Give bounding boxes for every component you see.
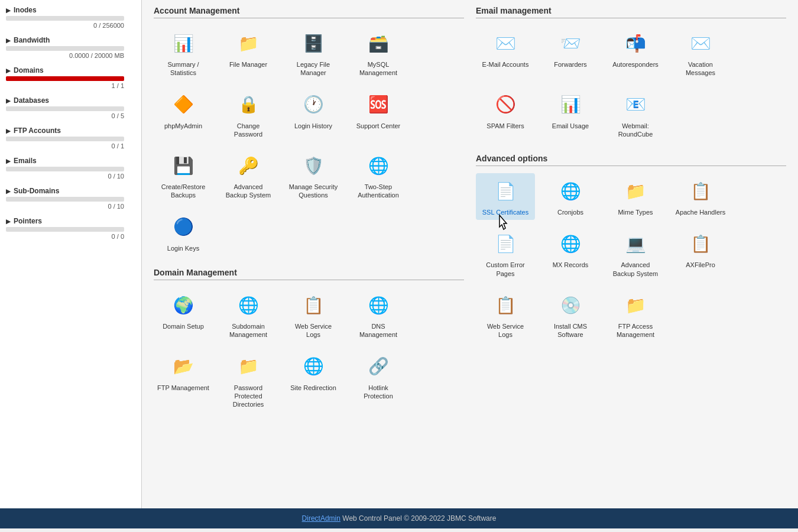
label-ftp-access-management: FTP Access Management (617, 322, 654, 339)
footer-link[interactable]: DirectAdmin (302, 514, 340, 523)
label-manage-security-questions: Manage Security Questions (289, 183, 338, 200)
icon-item-summary-statistics[interactable]: 📊Summary / Statistics (154, 25, 213, 81)
icon-file-manager: 📁 (234, 29, 262, 57)
icon-item-two-step-authentication[interactable]: 🌐Two-Step Authentication (349, 148, 408, 203)
icon-item-support-center[interactable]: 🆘Support Center (349, 87, 408, 142)
email-management-grid: ✉️E-Mail Accounts📨Forwarders📬Autorespond… (476, 25, 786, 142)
sidebar-item-inodes: ▶Inodes0 / 256000 (6, 6, 135, 29)
icon-item-site-redirection[interactable]: 🌐Site Redirection (284, 349, 343, 413)
icon-item-web-service-logs[interactable]: 📋Web Service Logs (284, 287, 343, 343)
advanced-options-grid: 📄SSL Certificates🌐Cronjobs📁Mime Types📋Ap… (476, 173, 786, 342)
icon-item-dns-management[interactable]: 🌐DNS Management (349, 287, 408, 343)
sidebar-header-ftp-accounts[interactable]: ▶FTP Accounts (6, 126, 135, 135)
icon-item-forwarders[interactable]: 📨Forwarders (541, 25, 600, 81)
icon-custom-error-pages: 📄 (491, 229, 520, 258)
label-two-step-authentication: Two-Step Authentication (358, 183, 399, 200)
icon-email-usage: 📊 (556, 90, 585, 119)
icon-create-restore-backups: 💾 (169, 151, 197, 180)
sidebar-stat-pointers: 0 / 0 (6, 233, 124, 240)
icon-item-apache-handlers[interactable]: 📋Apache Handlers (671, 173, 730, 220)
icon-item-legacy-file-manager[interactable]: 🗄️Legacy File Manager (284, 25, 343, 81)
icon-forwarders: 📨 (556, 29, 585, 57)
icon-item-cronjobs[interactable]: 🌐Cronjobs (541, 173, 600, 220)
advanced-options-title: Advanced options (476, 154, 786, 166)
label-subdomain-management: Subdomain Management (229, 322, 267, 339)
icon-item-install-cms-software[interactable]: 💿Install CMS Software (541, 287, 600, 343)
icon-item-ssl-certificates[interactable]: 📄SSL Certificates (476, 173, 535, 220)
label-file-manager: File Manager (229, 60, 267, 69)
icon-item-custom-error-pages[interactable]: 📄Custom Error Pages (476, 226, 535, 281)
arrow-icon: ▶ (6, 67, 11, 74)
label-legacy-file-manager: Legacy File Manager (297, 60, 330, 77)
icon-item-login-keys[interactable]: 🔵Login Keys (154, 209, 213, 256)
sidebar-header-pointers[interactable]: ▶Pointers (6, 217, 135, 225)
icon-item-email-usage[interactable]: 📊Email Usage (541, 87, 600, 142)
progress-bg-inodes (6, 16, 124, 21)
icon-item-webmail-roundcube[interactable]: 📧Webmail: RoundCube (606, 87, 665, 142)
icon-item-advanced-backup-system-adv[interactable]: 💻Advanced Backup System (606, 226, 665, 281)
icon-item-hotlink-protection[interactable]: 🔗Hotlink Protection (349, 349, 408, 413)
icon-item-change-password[interactable]: 🔒Change Password (219, 87, 278, 142)
sidebar-header-bandwidth[interactable]: ▶Bandwidth (6, 36, 135, 44)
icon-hotlink-protection: 🔗 (364, 352, 392, 381)
icon-cronjobs: 🌐 (556, 177, 585, 205)
icon-mx-records: 🌐 (556, 229, 585, 258)
icon-item-login-history[interactable]: 🕐Login History (284, 87, 343, 142)
sidebar-item-bandwidth: ▶Bandwidth0.0000 / 20000 MB (6, 36, 135, 59)
icon-manage-security-questions: 🛡️ (299, 151, 327, 180)
icon-item-email-accounts[interactable]: ✉️E-Mail Accounts (476, 25, 535, 81)
sidebar: ▶Inodes0 / 256000▶Bandwidth0.0000 / 2000… (0, 0, 142, 508)
icon-email-accounts: ✉️ (491, 29, 520, 57)
label-change-password: Change Password (234, 122, 262, 139)
icon-item-vacation-messages[interactable]: ✉️Vacation Messages (671, 25, 730, 81)
icon-item-create-restore-backups[interactable]: 💾Create/Restore Backups (154, 148, 213, 203)
icon-axfilepro: 📋 (686, 229, 715, 258)
label-web-service-logs-adv: Web Service Logs (487, 322, 524, 339)
icon-item-spam-filters[interactable]: 🚫SPAM Filters (476, 87, 535, 142)
sidebar-header-emails[interactable]: ▶Emails (6, 157, 135, 165)
label-forwarders: Forwarders (554, 60, 587, 69)
icon-support-center: 🆘 (364, 90, 392, 119)
progress-fill-domains (6, 76, 124, 81)
progress-bg-sub-domains (6, 197, 124, 202)
icon-item-domain-setup[interactable]: 🌍Domain Setup (154, 287, 213, 343)
icon-item-password-protected-directories[interactable]: 📁Password Protected Directories (219, 349, 278, 413)
icon-item-subdomain-management[interactable]: 🌐Subdomain Management (219, 287, 278, 343)
domain-management-section: Domain Management 🌍Domain Setup🌐Subdomai… (154, 268, 464, 412)
sidebar-stat-inodes: 0 / 256000 (6, 22, 124, 29)
icon-item-ftp-management[interactable]: 📂FTP Management (154, 349, 213, 413)
sidebar-label-databases: Databases (14, 96, 49, 105)
arrow-icon: ▶ (6, 128, 11, 134)
icon-advanced-backup-system: 🔑 (234, 151, 262, 180)
icon-item-phpmyadmin[interactable]: 🔶phpMyAdmin (154, 87, 213, 142)
icon-item-mx-records[interactable]: 🌐MX Records (541, 226, 600, 281)
icon-domain-setup: 🌍 (169, 291, 197, 319)
sidebar-header-databases[interactable]: ▶Databases (6, 96, 135, 105)
icon-item-ftp-access-management[interactable]: 📁FTP Access Management (606, 287, 665, 343)
label-email-accounts: E-Mail Accounts (482, 60, 529, 69)
icon-item-web-service-logs-adv[interactable]: 📋Web Service Logs (476, 287, 535, 343)
icon-item-mime-types[interactable]: 📁Mime Types (606, 173, 665, 220)
icon-item-advanced-backup-system[interactable]: 🔑Advanced Backup System (219, 148, 278, 203)
label-ssl-certificates: SSL Certificates (482, 208, 528, 216)
label-advanced-backup-system: Advanced Backup System (226, 183, 271, 200)
sidebar-header-sub-domains[interactable]: ▶Sub-Domains (6, 187, 135, 195)
sidebar-item-sub-domains: ▶Sub-Domains0 / 10 (6, 187, 135, 210)
sidebar-stat-bandwidth: 0.0000 / 20000 MB (6, 52, 124, 59)
icon-phpmyadmin: 🔶 (169, 90, 197, 119)
sidebar-header-inodes[interactable]: ▶Inodes (6, 6, 135, 14)
icon-item-manage-security-questions[interactable]: 🛡️Manage Security Questions (284, 148, 343, 203)
progress-bg-domains (6, 76, 124, 81)
icon-web-service-logs: 📋 (299, 291, 327, 319)
icon-item-mysql-management[interactable]: 🗃️MySQL Management (349, 25, 408, 81)
sidebar-header-domains[interactable]: ▶Domains (6, 66, 135, 74)
icon-item-axfilepro[interactable]: 📋AXFilePro (671, 226, 730, 281)
label-webmail-roundcube: Webmail: RoundCube (618, 122, 653, 139)
icon-item-autoresponders[interactable]: 📬Autoresponders (606, 25, 665, 81)
sidebar-label-inodes: Inodes (14, 6, 37, 14)
progress-bg-databases (6, 106, 124, 111)
label-custom-error-pages: Custom Error Pages (486, 261, 524, 278)
icon-item-file-manager[interactable]: 📁File Manager (219, 25, 278, 81)
label-web-service-logs: Web Service Logs (295, 322, 332, 339)
label-axfilepro: AXFilePro (686, 261, 715, 269)
